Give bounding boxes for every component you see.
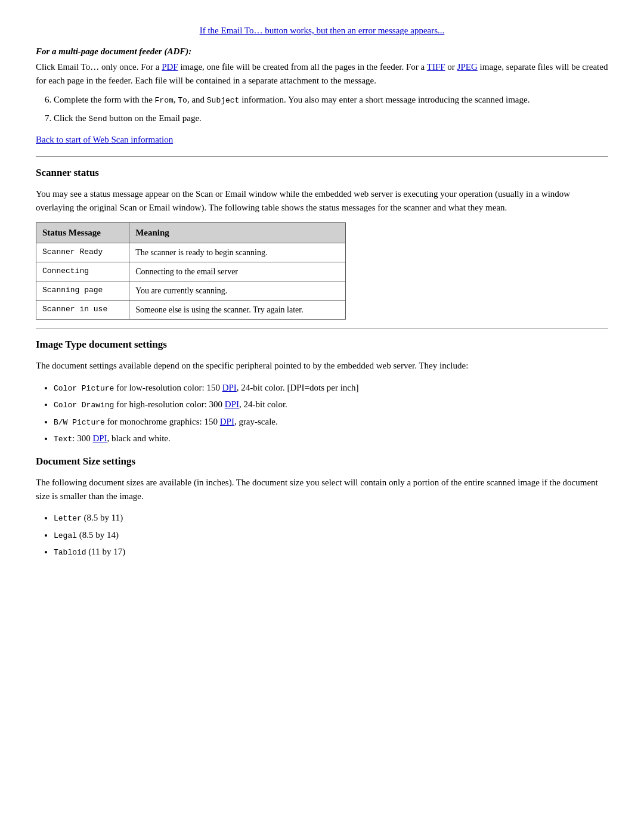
table-row: Scanning page You are currently scanning…	[36, 281, 346, 300]
document-size-list: Letter (8.5 by 11) Legal (8.5 by 14) Tab…	[54, 511, 608, 559]
status-table: Status Message Meaning Scanner Ready The…	[36, 222, 346, 320]
meaning-scanner-in-use: Someone else is using the scanner. Try a…	[129, 300, 346, 319]
scanner-status-para: You may see a status message appear on t…	[36, 187, 608, 214]
code-text: Text	[54, 435, 72, 444]
document-size-section: Document Size settings The following doc…	[36, 454, 608, 559]
list-item-tabloid: Tabloid (11 by 17)	[54, 545, 608, 559]
status-scanning-page: Scanning page	[36, 281, 129, 300]
table-row: Connecting Connecting to the email serve…	[36, 262, 346, 281]
color-drawing-text1: for high-resolution color: 300	[114, 400, 224, 409]
adf-para-before-pdf: Click Email To… only once. For a	[36, 62, 162, 72]
dpi-link-3[interactable]: DPI	[220, 417, 234, 426]
step6-before: Complete the form with the	[54, 95, 155, 104]
list-item-bw-picture: B/W Picture for monochrome graphics: 150…	[54, 415, 608, 429]
divider-2	[36, 328, 608, 329]
letter-text: (8.5 by 11)	[82, 513, 123, 522]
list-item-letter: Letter (8.5 by 11)	[54, 511, 608, 525]
list-item-text: Text: 300 DPI, black and white.	[54, 432, 608, 445]
step7-after: button on the Email page.	[107, 113, 202, 123]
meaning-connecting: Connecting to the email server	[129, 262, 346, 281]
adf-or: or	[445, 62, 457, 72]
scanner-status-heading: Scanner status	[36, 165, 608, 181]
step7-before: Click the	[54, 113, 88, 123]
document-size-para: The following document sizes are availab…	[36, 476, 608, 503]
text-text2: , black and white.	[107, 433, 171, 443]
adf-heading: For a multi-page document feeder (ADF):	[36, 45, 608, 58]
text-text1: : 300	[72, 433, 92, 443]
code-color-picture: Color Picture	[54, 384, 114, 393]
code-bw-picture: B/W Picture	[54, 418, 105, 427]
pdf-link[interactable]: PDF	[162, 62, 178, 72]
step-7: Click the Send button on the Email page.	[54, 112, 608, 125]
step6-after: information. You also may enter a short …	[239, 95, 530, 104]
step6-to: To	[178, 96, 187, 105]
step6-from: From	[155, 96, 174, 105]
color-drawing-text2: , 24-bit color.	[239, 400, 287, 409]
step-6: Complete the form with the From, To, and…	[54, 93, 608, 107]
jpeg-link[interactable]: JPEG	[457, 62, 478, 72]
scanner-status-section: Scanner status You may see a status mess…	[36, 165, 608, 320]
dpi-link-4[interactable]: DPI	[92, 433, 107, 443]
table-row: Scanner Ready The scanner is ready to be…	[36, 243, 346, 262]
col-meaning: Meaning	[129, 223, 346, 243]
document-size-heading: Document Size settings	[36, 454, 608, 469]
bw-picture-text1: for monochrome graphics: 150	[105, 417, 220, 426]
back-link[interactable]: Back to start of Web Scan information	[36, 135, 173, 144]
step6-comma2: , and	[187, 95, 207, 104]
top-error-link[interactable]: If the Email To… button works, but then …	[200, 26, 445, 35]
image-type-para: The document settings available depend o…	[36, 359, 608, 373]
status-scanner-in-use: Scanner in use	[36, 300, 129, 319]
image-type-heading: Image Type document settings	[36, 337, 608, 352]
tiff-link[interactable]: TIFF	[427, 62, 445, 72]
adf-section: For a multi-page document feeder (ADF): …	[36, 45, 608, 88]
code-color-drawing: Color Drawing	[54, 401, 114, 410]
tabloid-text: (11 by 17)	[86, 547, 126, 556]
meaning-scanning-page: You are currently scanning.	[129, 281, 346, 300]
list-item-color-picture: Color Picture for low-resolution color: …	[54, 381, 608, 395]
code-letter: Letter	[54, 514, 82, 523]
dpi-link-1[interactable]: DPI	[222, 383, 237, 392]
table-header-row: Status Message Meaning	[36, 223, 346, 243]
status-connecting: Connecting	[36, 262, 129, 281]
color-picture-text1: for low-resolution color: 150	[114, 383, 222, 392]
divider-1	[36, 156, 608, 157]
table-row: Scanner in use Someone else is using the…	[36, 300, 346, 319]
step6-subject: Subject	[207, 96, 240, 105]
color-picture-text2: , 24-bit color. [DPI=dots per inch]	[237, 383, 359, 392]
dpi-link-2[interactable]: DPI	[225, 400, 239, 409]
image-type-list: Color Picture for low-resolution color: …	[54, 381, 608, 445]
status-scanner-ready: Scanner Ready	[36, 243, 129, 262]
adf-para-after-pdf: image, one file will be created from all…	[178, 62, 427, 72]
step7-send: Send	[88, 114, 107, 123]
bw-picture-text2: , gray-scale.	[234, 417, 278, 426]
steps-list: Complete the form with the From, To, and…	[54, 93, 608, 125]
code-legal: Legal	[54, 531, 77, 540]
col-status-message: Status Message	[36, 223, 129, 243]
list-item-legal: Legal (8.5 by 14)	[54, 528, 608, 542]
back-link-container: Back to start of Web Scan information	[36, 133, 608, 147]
legal-text: (8.5 by 14)	[77, 530, 119, 540]
meaning-scanner-ready: The scanner is ready to begin scanning.	[129, 243, 346, 262]
top-error-link-container: If the Email To… button works, but then …	[36, 24, 608, 38]
list-item-color-drawing: Color Drawing for high-resolution color:…	[54, 398, 608, 411]
code-tabloid: Tabloid	[54, 548, 86, 557]
image-type-section: Image Type document settings The documen…	[36, 337, 608, 445]
